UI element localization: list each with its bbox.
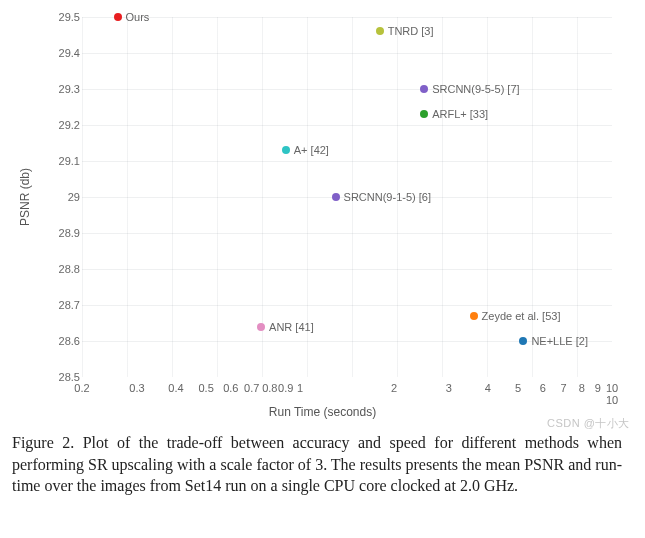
x-tick: 0.3 xyxy=(129,382,144,394)
x-axis-label: Run Time (seconds) xyxy=(269,405,376,419)
data-point-label: ARFL+ [33] xyxy=(432,108,488,120)
x-tick: 0.6 xyxy=(223,382,238,394)
data-point xyxy=(114,13,122,21)
y-tick: 28.6 xyxy=(52,335,80,347)
x-tick: 2 xyxy=(391,382,397,394)
data-point xyxy=(420,110,428,118)
data-point xyxy=(282,146,290,154)
figure-caption: Figure 2. Plot of the trade-off between … xyxy=(12,432,622,497)
data-point xyxy=(519,337,527,345)
x-tick: 6 xyxy=(540,382,546,394)
y-tick: 29.3 xyxy=(52,83,80,95)
data-point-label: SRCNN(9-1-5) [6] xyxy=(344,191,431,203)
x-tick: 0.7 xyxy=(244,382,259,394)
data-point xyxy=(257,323,265,331)
x-tick: 0.4 xyxy=(168,382,183,394)
x-tick: 8 xyxy=(579,382,585,394)
data-point-label: Ours xyxy=(126,11,150,23)
x-tick: 0.5 xyxy=(198,382,213,394)
y-tick: 29.1 xyxy=(52,155,80,167)
data-point-label: Zeyde et al. [53] xyxy=(482,310,561,322)
x-tick: 5 xyxy=(515,382,521,394)
data-point xyxy=(332,193,340,201)
y-tick: 29 xyxy=(52,191,80,203)
data-point-label: SRCNN(9-5-5) [7] xyxy=(432,83,519,95)
x-tick: 9 xyxy=(595,382,601,394)
x-tick: 7 xyxy=(561,382,567,394)
data-point xyxy=(420,85,428,93)
x-tick: 0.9 xyxy=(278,382,293,394)
y-tick: 29.4 xyxy=(52,47,80,59)
y-tick: 28.9 xyxy=(52,227,80,239)
data-point xyxy=(470,312,478,320)
x-tick: 10 xyxy=(606,394,618,406)
x-tick: 0.2 xyxy=(74,382,89,394)
y-tick: 28.7 xyxy=(52,299,80,311)
data-point-label: ANR [41] xyxy=(269,321,314,333)
data-point-label: TNRD [3] xyxy=(388,25,434,37)
data-point-label: A+ [42] xyxy=(294,144,329,156)
x-tick: 4 xyxy=(485,382,491,394)
x-tick: 1 xyxy=(297,382,303,394)
scatter-chart: PSNR (db) OursTNRD [3]SRCNN(9-5-5) [7]AR… xyxy=(20,12,625,422)
x-tick: 3 xyxy=(446,382,452,394)
data-point-label: NE+LLE [2] xyxy=(531,335,588,347)
data-point xyxy=(376,27,384,35)
y-tick: 29.5 xyxy=(52,11,80,23)
y-tick: 28.8 xyxy=(52,263,80,275)
y-axis-label: PSNR (db) xyxy=(18,168,32,226)
x-tick: 0.8 xyxy=(262,382,277,394)
y-tick: 29.2 xyxy=(52,119,80,131)
x-tick: 10 xyxy=(606,382,618,394)
watermark: CSDN @十小大 xyxy=(547,416,630,431)
